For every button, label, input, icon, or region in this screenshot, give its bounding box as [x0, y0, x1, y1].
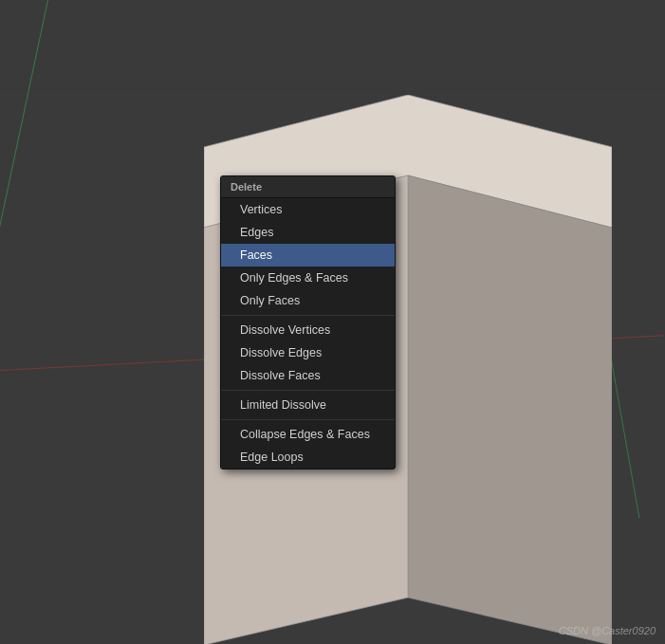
menu-item-only-faces[interactable]: Only Faces: [221, 289, 395, 312]
separator-3: [221, 419, 395, 420]
menu-item-dissolve-edges[interactable]: Dissolve Edges: [221, 341, 395, 364]
menu-item-collapse-edges-faces[interactable]: Collapse Edges & Faces: [221, 423, 395, 446]
menu-item-edges[interactable]: Edges: [221, 221, 395, 244]
menu-item-dissolve-vertices[interactable]: Dissolve Vertices: [221, 319, 395, 341]
separator-1: [221, 315, 395, 316]
watermark: CSDN @Caster0920: [559, 625, 656, 636]
svg-marker-1: [408, 175, 612, 644]
context-menu: Delete Vertices Edges Faces Only Edges &…: [220, 175, 396, 469]
menu-item-edge-loops[interactable]: Edge Loops: [221, 446, 395, 469]
menu-item-only-edges-faces[interactable]: Only Edges & Faces: [221, 267, 395, 289]
menu-item-vertices[interactable]: Vertices: [221, 198, 395, 221]
menu-item-dissolve-faces[interactable]: Dissolve Faces: [221, 364, 395, 387]
menu-header: Delete: [221, 176, 395, 198]
menu-item-faces[interactable]: Faces: [221, 244, 395, 267]
menu-item-limited-dissolve[interactable]: Limited Dissolve: [221, 394, 395, 416]
separator-2: [221, 390, 395, 391]
